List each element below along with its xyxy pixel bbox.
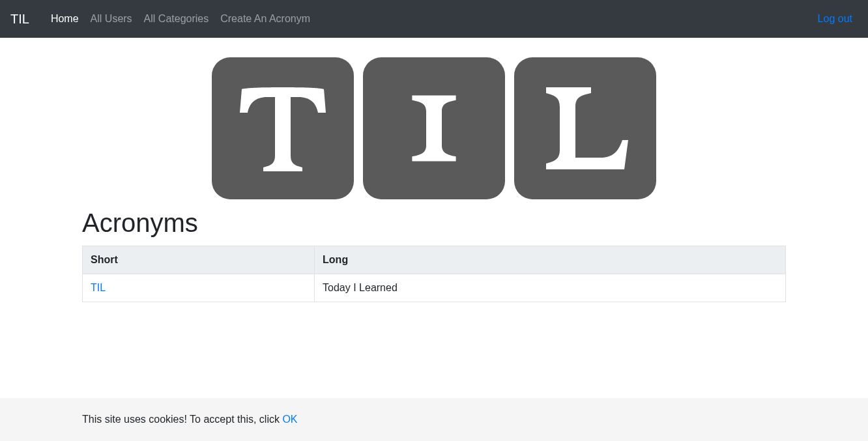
acronym-link[interactable]: TIL [91, 282, 106, 293]
header-short: Short [83, 246, 315, 274]
acronym-table: Short Long TIL Today I Learned [82, 246, 786, 302]
cookie-text: This site uses cookies! To accept this, … [82, 414, 282, 425]
table-header-row: Short Long [83, 246, 786, 274]
header-long: Long [315, 246, 786, 274]
logout-link[interactable]: Log out [813, 8, 858, 30]
nav-all-categories[interactable]: All Categories [138, 8, 215, 29]
page-title: Acronyms [82, 208, 786, 238]
letter-l-icon [536, 73, 634, 184]
navbar-nav: Home All Users All Categories Create An … [45, 13, 316, 25]
main-container: Acronyms Short Long TIL Today I Learned [72, 57, 796, 302]
cookie-content: This site uses cookies! To accept this, … [72, 414, 796, 425]
letter-t-icon [234, 73, 332, 184]
cell-short: TIL [83, 274, 315, 302]
cookie-ok-link[interactable]: OK [282, 414, 297, 425]
letter-i-icon [395, 73, 473, 184]
nav-create-acronym[interactable]: Create An Acronym [214, 8, 316, 29]
cell-long: Today I Learned [315, 274, 786, 302]
cookie-bar: This site uses cookies! To accept this, … [0, 398, 868, 441]
logo-tile-l [514, 57, 656, 199]
table-row: TIL Today I Learned [83, 274, 786, 302]
nav-all-users[interactable]: All Users [85, 8, 138, 29]
logo-tile-t [212, 57, 354, 199]
logo-tile-i [363, 57, 505, 199]
brand-link[interactable]: TIL [10, 12, 29, 27]
logo-row [82, 57, 786, 199]
navbar-left: TIL Home All Users All Categories Create… [10, 12, 316, 27]
navbar: TIL Home All Users All Categories Create… [0, 0, 868, 38]
nav-home[interactable]: Home [45, 8, 85, 29]
